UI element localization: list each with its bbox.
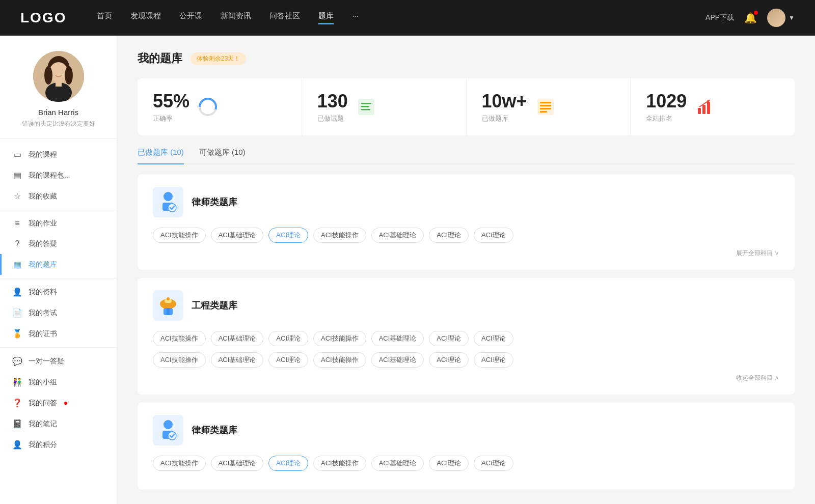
tab-done[interactable]: 已做题库 (10) [138,148,184,163]
sidebar-item-my-courses[interactable]: ▭ 我的课程 [0,144,117,165]
bank-card-header-2: 工程类题库 [153,290,779,321]
homework-icon: ≡ [12,219,22,228]
sidebar-item-tutoring[interactable]: 💬 一对一答疑 [0,351,117,372]
tag-item[interactable]: ACI理论 [268,331,308,346]
nav-questionbank[interactable]: 题库 [318,11,334,24]
tags-row-3: ACI技能操作 ACI基础理论 ACI理论 ACI技能操作 ACI基础理论 AC… [153,456,779,471]
tags-row-1: ACI技能操作 ACI基础理论 ACI理论 ACI技能操作 ACI基础理论 AC… [153,228,779,243]
bankdone-icon [535,97,556,117]
tag-item[interactable]: ACI理论 [268,352,308,368]
svg-rect-17 [540,111,547,113]
sidebar-item-homework[interactable]: ≡ 我的作业 [0,213,117,234]
bank-icon: ▦ [12,260,22,269]
svg-rect-12 [361,109,370,110]
tag-item[interactable]: ACI理论 [429,456,469,471]
sidebar-item-notes[interactable]: 📓 我的笔记 [0,413,117,434]
page-header: 我的题库 体验剩余23天！ [138,51,795,66]
sidebar-item-materials[interactable]: 👤 我的资料 [0,282,117,302]
svg-point-31 [164,420,173,429]
navbar: LOGO 首页 发现课程 公开课 新闻资讯 问答社区 题库 ··· APP下载 … [0,0,815,36]
svg-rect-26 [161,304,175,306]
engineer-icon [153,290,183,321]
svg-rect-28 [167,297,170,300]
tag-item[interactable]: ACI技能操作 [313,352,366,368]
user-menu[interactable]: ▼ [767,9,795,27]
divider1 [0,210,117,210]
nav-opencourse[interactable]: 公开课 [179,11,202,24]
stat-accuracy: 55% 正确率 [138,78,302,135]
bank-card-title-2: 工程类题库 [192,299,237,312]
tab-available[interactable]: 可做题库 (10) [199,148,246,163]
sidebar-item-group[interactable]: 👫 我的小组 [0,372,117,393]
tag-item[interactable]: ACI理论 [474,228,513,243]
nav-discover[interactable]: 发现课程 [130,11,161,24]
chart-icon: ▤ [12,171,22,180]
tags-row-2a: ACI技能操作 ACI基础理论 ACI理论 ACI技能操作 ACI基础理论 AC… [153,331,779,346]
tag-item[interactable]: ACI技能操作 [153,331,206,346]
accuracy-icon [198,97,218,117]
tag-item-selected[interactable]: ACI理论 [268,456,308,471]
profile-name: Brian Harris [10,108,106,117]
tag-item[interactable]: ACI理论 [429,228,469,243]
tag-item[interactable]: ACI基础理论 [371,331,424,346]
certificate-icon: 🏅 [12,329,22,339]
tag-item[interactable]: ACI基础理论 [371,456,424,471]
tag-item[interactable]: ACI理论 [474,352,513,368]
sidebar-item-myqa[interactable]: ❓ 我的问答 [0,393,117,413]
materials-icon: 👤 [12,287,22,297]
stats-row: 55% 正确率 130 已做试题 [138,78,795,135]
bell-badge [754,11,758,15]
question-icon: ? [12,239,22,248]
trial-badge: 体验剩余23天！ [191,52,246,65]
stat-done: 130 已做试题 [302,78,467,135]
tag-item-selected[interactable]: ACI理论 [268,228,308,243]
sidebar-item-questionbank[interactable]: ▦ 我的题库 [0,254,117,275]
svg-point-4 [65,66,73,85]
sidebar-item-favorites[interactable]: ☆ 我的收藏 [0,186,117,207]
tag-item[interactable]: ACI技能操作 [153,228,206,243]
tag-item[interactable]: ACI理论 [474,331,513,346]
main-layout: Brian Harris 错误的决定比没有决定要好 ▭ 我的课程 ▤ 我的课程包… [0,36,815,504]
tag-item[interactable]: ACI基础理论 [211,456,264,471]
lawyer-icon-2 [153,415,183,445]
tag-item[interactable]: ACI基础理论 [371,352,424,368]
sidebar-item-course-package[interactable]: ▤ 我的课程包... [0,165,117,186]
sidebar-item-points[interactable]: 👤 我的积分 [0,434,117,455]
tag-item[interactable]: ACI基础理论 [211,228,264,243]
bank-card-title-1: 律师类题库 [192,196,237,208]
app-download-button[interactable]: APP下载 [705,13,734,22]
tag-item[interactable]: ACI基础理论 [211,331,264,346]
nav-qa[interactable]: 问答社区 [269,11,300,24]
main-content: 我的题库 体验剩余23天！ 55% 正确率 130 [117,36,815,504]
nav-more[interactable]: ··· [352,11,359,24]
collapse-link-2[interactable]: 收起全部科目 ∧ [153,374,779,382]
tag-item[interactable]: ACI理论 [474,456,513,471]
tag-item[interactable]: ACI技能操作 [153,456,206,471]
sidebar-item-certificate[interactable]: 🏅 我的证书 [0,323,117,344]
tag-item[interactable]: ACI技能操作 [313,228,366,243]
tag-item[interactable]: ACI技能操作 [313,331,366,346]
sidebar-item-qna[interactable]: ? 我的答疑 [0,234,117,254]
tag-item[interactable]: ACI理论 [429,352,469,368]
nav-news[interactable]: 新闻资讯 [221,11,251,24]
tag-item[interactable]: ACI基础理论 [371,228,424,243]
tag-item[interactable]: ACI技能操作 [153,352,206,368]
qa-badge [64,402,67,405]
svg-rect-30 [167,308,170,315]
expand-link-1[interactable]: 展开全部科目 ∨ [153,249,779,258]
done-icon [356,97,376,117]
tag-item[interactable]: ACI理论 [429,331,469,346]
document-icon: ▭ [12,150,22,159]
tag-item[interactable]: ACI技能操作 [313,456,366,471]
bank-card-title-3: 律师类题库 [192,424,237,436]
nav-home[interactable]: 首页 [97,11,112,24]
bank-card-lawyer2: 律师类题库 ACI技能操作 ACI基础理论 ACI理论 ACI技能操作 ACI基… [138,403,795,489]
points-icon: 👤 [12,440,22,450]
svg-rect-11 [361,106,369,107]
svg-rect-13 [537,99,554,115]
notification-bell[interactable]: 🔔 [744,12,757,24]
tabs-row: 已做题库 (10) 可做题库 (10) [138,148,795,164]
lawyer-icon-1 [153,187,183,217]
sidebar-item-exam[interactable]: 📄 我的考试 [0,302,117,323]
tag-item[interactable]: ACI基础理论 [211,352,264,368]
